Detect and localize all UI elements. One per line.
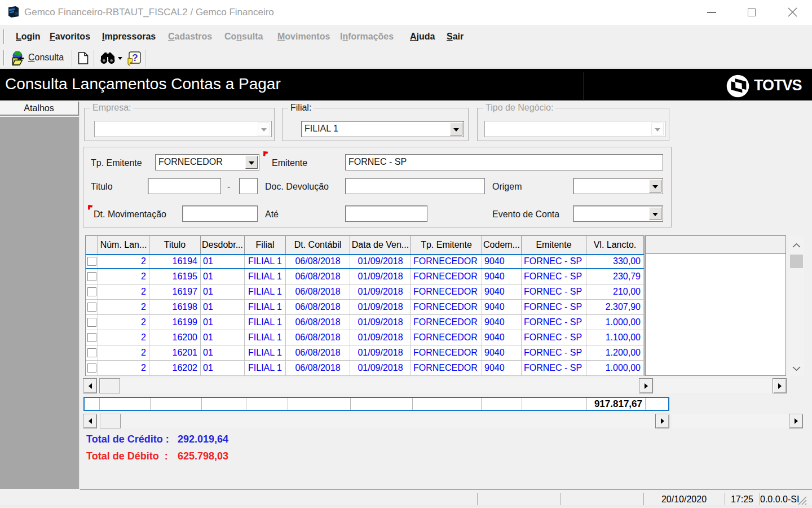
svg-text:?: ? bbox=[132, 52, 138, 63]
